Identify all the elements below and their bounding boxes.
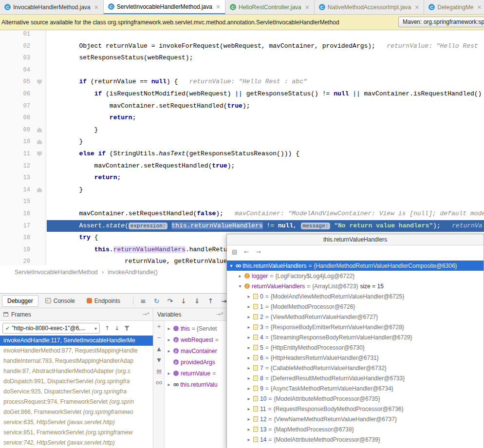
expand-chevron-icon[interactable]: ▸ [238, 273, 242, 279]
hide-library-frames-icon[interactable] [124, 326, 130, 331]
thread-selector[interactable]: ✔ "http-nio-8080-exec-1"@6,... ▾ [2, 323, 100, 334]
fold-marker-icon[interactable] [37, 187, 42, 192]
code-line[interactable]: setResponseStatus(webRequest); [47, 52, 484, 64]
code-line[interactable]: return; [47, 172, 484, 184]
expand-chevron-icon[interactable]: ▸ [246, 345, 251, 350]
variable-node[interactable]: ▸0 = {ModelAndViewMethodReturnValueHandl… [227, 291, 484, 301]
close-icon[interactable]: × [477, 4, 482, 11]
execution-line[interactable]: Assert.state(expression: this.returnValu… [47, 220, 484, 232]
force-step-into-icon[interactable]: ⇓ [194, 297, 200, 305]
variable-node[interactable]: ▸4 = {StreamingResponseBodyReturnValueHa… [227, 332, 484, 342]
code-line[interactable]: mavContainer.setRequestHandled(false); m… [47, 208, 484, 220]
back-icon[interactable]: ← [244, 248, 249, 255]
close-icon[interactable]: × [305, 4, 310, 11]
variable-node[interactable]: ▸9 = {AsyncTaskMethodReturnValueHandler@… [227, 383, 484, 393]
variable-node[interactable]: ▸3 = {ResponseBodyEmitterReturnValueHand… [227, 322, 484, 332]
gutter-line[interactable]: 07 [0, 100, 46, 112]
tool-window-tab-endpoints[interactable]: Endpoints [82, 296, 125, 306]
add-watch-icon[interactable]: + [157, 323, 161, 330]
duplicate-watch-icon[interactable]: ▤ [156, 368, 161, 374]
remove-watch-icon[interactable]: − [157, 335, 161, 341]
expand-chevron-icon[interactable]: ▸ [246, 365, 251, 371]
editor-tab-servlet-invocable-handler-method[interactable]: CServletInvocableHandlerMethod.java× [104, 0, 225, 14]
gutter-line[interactable]: 04 [0, 64, 46, 76]
gutter-line[interactable]: 12 [0, 160, 46, 172]
fold-marker-icon[interactable] [37, 128, 42, 132]
code-line[interactable]: else if (StringUtils.hasText(getResponse… [47, 148, 484, 160]
expand-chevron-icon[interactable]: ▸ [246, 375, 251, 381]
alternative-source-selector[interactable]: Maven: org.springframework:spri [398, 17, 484, 27]
close-icon[interactable]: × [94, 4, 99, 11]
fold-marker-icon[interactable] [37, 139, 42, 144]
code-line[interactable]: if (isRequestNotModified(webRequest) || … [47, 88, 484, 100]
gutter-line[interactable]: 01 [0, 30, 46, 40]
expand-chevron-icon[interactable]: ▸ [246, 386, 251, 391]
code-line[interactable]: mavContainer.setRequestHandled(true); [47, 160, 484, 172]
code-line[interactable]: mavContainer.setRequestHandled(true); [47, 100, 484, 112]
gutter-line[interactable]: 17 [0, 220, 46, 232]
variable-node[interactable]: ▸8 = {DeferredResultMethodReturnValueHan… [227, 373, 484, 383]
fold-marker-icon[interactable] [37, 79, 42, 84]
variable-node[interactable]: ▾oothis.returnValueHandlers = {HandlerMe… [227, 261, 484, 271]
step-into-icon[interactable]: ↓ [181, 297, 186, 305]
stack-frame-row[interactable]: service:635, HttpServlet (javax.servlet.… [0, 417, 153, 428]
variable-node[interactable]: ▸1 = {ModelMethodProcessor@6726} [227, 301, 484, 312]
expand-chevron-icon[interactable]: ▸ [246, 294, 251, 299]
expand-chevron-icon[interactable]: ▸ [246, 335, 251, 340]
gutter-line[interactable]: 13 [0, 172, 46, 184]
editor-tab-delegating-method-accessor[interactable]: CDelegatingMe× [424, 0, 484, 14]
expand-chevron-icon[interactable]: ▸ [246, 406, 251, 411]
show-watches-icon[interactable]: oo [156, 379, 162, 386]
stack-frame-row[interactable]: doDispatch:991, DispatcherServlet (org.s… [0, 376, 153, 387]
variable-node[interactable]: ▸2 = {ViewMethodReturnValueHandler@6727} [227, 312, 484, 322]
variable-node[interactable]: ▸13 = {MapMethodProcessor@6738} [227, 424, 484, 434]
expand-chevron-icon[interactable]: ▸ [246, 427, 251, 432]
editor-tab-invocable-handler-method[interactable]: CInvocableHandlerMethod.java× [0, 0, 104, 14]
variable-node[interactable]: ▸7 = {CallableMethodReturnValueHandler@6… [227, 363, 484, 373]
expand-chevron-icon[interactable]: ▸ [246, 355, 251, 360]
stack-frame-row[interactable]: doService:925, DispatcherServlet (org.sp… [0, 387, 153, 397]
variable-node[interactable]: ▸flogger = {LogFactory$Log4jLog@6722} [227, 271, 484, 281]
step-over-icon[interactable]: ↷ [168, 297, 173, 305]
expand-chevron-icon[interactable]: ▸ [246, 314, 251, 319]
editor-tab-hello-rest-controller[interactable]: CHelloRestController.java× [225, 0, 315, 14]
gutter-line[interactable]: 08 [0, 112, 46, 124]
step-out-icon[interactable]: ↑ [208, 297, 214, 305]
breadcrumb-method[interactable]: invokeAndHandle() [108, 269, 158, 276]
stack-frame-row[interactable]: doGet:866, FrameworkServlet (org.springf… [0, 407, 153, 417]
expand-chevron-icon[interactable]: ▸ [167, 371, 171, 376]
stack-frame-row[interactable]: processRequest:974, FrameworkServlet (or… [0, 397, 153, 407]
gutter-line[interactable]: 10 [0, 136, 46, 148]
forward-icon[interactable]: → [256, 248, 261, 255]
variable-node[interactable]: ▸10 = {ModelAttributeMethodProcessor@673… [227, 393, 484, 404]
expand-chevron-icon[interactable]: ▾ [238, 283, 242, 289]
expand-chevron-icon[interactable]: ▸ [167, 337, 171, 342]
settings-menu-icon[interactable]: ≡ [140, 297, 146, 305]
code-line[interactable]: Object returnValue = invokeForRequest(we… [47, 40, 484, 53]
gutter-line[interactable]: 05 [0, 76, 46, 88]
code-line[interactable] [47, 196, 484, 208]
close-icon[interactable]: × [216, 3, 221, 10]
move-watch-down-icon[interactable]: ▼ [157, 357, 161, 363]
show-execution-point-icon[interactable]: ↻ [154, 297, 160, 305]
expand-chevron-icon[interactable]: ▾ [229, 263, 234, 268]
code-line[interactable]: if (returnValue == null) { returnValue: … [47, 76, 484, 88]
code-line[interactable]: return; [47, 112, 484, 124]
code-line[interactable]: } [47, 124, 484, 136]
breadcrumb-class[interactable]: ServletInvocableHandlerMethod [15, 269, 98, 276]
expand-chevron-icon[interactable]: ▸ [246, 416, 251, 422]
stack-frame-row[interactable]: handleInternal:783, RequestMappingHandle… [0, 356, 153, 366]
expand-chevron-icon[interactable]: ▸ [167, 382, 171, 387]
variable-node[interactable]: ▸12 = {ViewNameMethodReturnValueHandler@… [227, 414, 484, 424]
code-line[interactable]: } [47, 184, 484, 196]
expand-chevron-icon[interactable]: ▸ [246, 304, 251, 309]
gutter-line[interactable]: 11 [0, 148, 46, 160]
stack-frame-row[interactable]: invokeAndHandle:117, ServletInvocableHan… [0, 336, 153, 346]
gutter-line[interactable]: 14 [0, 184, 46, 196]
code-line[interactable]: } [47, 136, 484, 148]
variable-node[interactable]: ▸11 = {RequestResponseBodyMethodProcesso… [227, 404, 484, 414]
gutter-line[interactable]: 09 [0, 124, 46, 136]
gutter-line[interactable]: 03 [0, 52, 46, 64]
gutter-line[interactable]: 19 [0, 244, 46, 256]
stack-frame-row[interactable]: service:851, FrameworkServlet (org.sprin… [0, 428, 153, 438]
